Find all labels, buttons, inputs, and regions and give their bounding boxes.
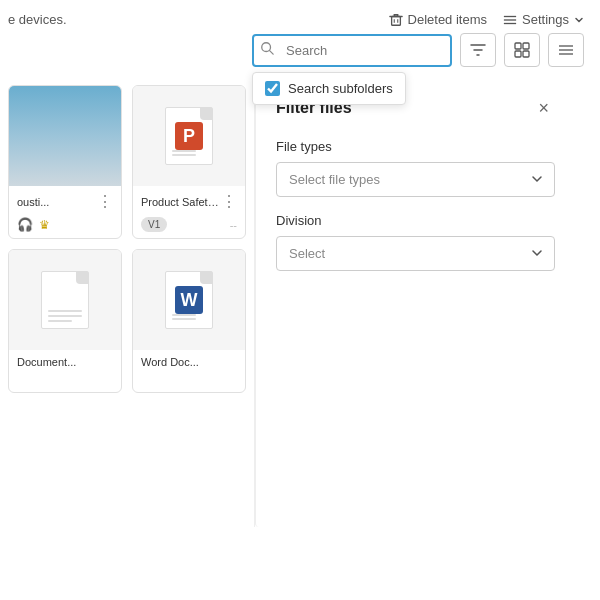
device-text: e devices.: [8, 12, 67, 27]
grid-view-button[interactable]: [504, 33, 540, 67]
lines-icon: [503, 13, 517, 27]
svg-line-7: [270, 51, 274, 55]
division-label: Division: [276, 213, 555, 228]
file-name: Product Safety Dem...: [141, 196, 221, 208]
file-menu-button[interactable]: ⋮: [97, 192, 113, 211]
file-card: Document...: [8, 249, 122, 393]
division-select[interactable]: Select: [276, 236, 555, 271]
filter-button[interactable]: [460, 33, 496, 67]
file-card: W Word Doc...: [132, 249, 246, 393]
svg-rect-0: [391, 16, 400, 25]
word-file-icon: W: [165, 271, 213, 329]
svg-rect-10: [515, 51, 521, 57]
search-input[interactable]: [252, 34, 452, 67]
filter-panel: Filter files × File types Select file ty…: [255, 77, 575, 527]
generic-file-icon: [41, 271, 89, 329]
file-types-section: File types Select file types: [276, 139, 555, 197]
chevron-down-icon: [574, 15, 584, 25]
headphone-icon: 🎧: [17, 217, 33, 232]
filter-icon: [470, 42, 486, 58]
division-select-wrapper: Select: [276, 236, 555, 271]
trash-icon: [389, 13, 403, 27]
ppt-file-icon: P: [165, 107, 213, 165]
svg-rect-11: [523, 51, 529, 57]
search-subfolders-dropdown: Search subfolders: [252, 72, 406, 105]
file-card: P Product Safety Dem... ⋮ V1 --: [132, 85, 246, 239]
deleted-items-button[interactable]: Deleted items: [389, 12, 487, 27]
search-subfolders-label: Search subfolders: [288, 81, 393, 96]
file-name: Document...: [17, 356, 76, 368]
grid-icon: [514, 42, 530, 58]
settings-label: Settings: [522, 12, 569, 27]
search-icon: [260, 41, 274, 59]
svg-rect-8: [515, 43, 521, 49]
filter-close-button[interactable]: ×: [532, 97, 555, 119]
file-types-select[interactable]: Select file types: [276, 162, 555, 197]
svg-rect-9: [523, 43, 529, 49]
ppt-letter: P: [175, 122, 203, 150]
list-view-button[interactable]: [548, 33, 584, 67]
file-card: ousti... ⋮ 🎧 ♛: [8, 85, 122, 239]
crown-icon: ♛: [39, 218, 50, 232]
file-name: Word Doc...: [141, 356, 199, 368]
deleted-items-label: Deleted items: [408, 12, 487, 27]
search-subfolders-checkbox[interactable]: [265, 81, 280, 96]
word-letter: W: [175, 286, 203, 314]
version-badge: V1: [141, 217, 167, 232]
file-name: ousti...: [17, 196, 49, 208]
list-icon: [558, 42, 574, 58]
division-section: Division Select: [276, 213, 555, 271]
file-menu-button[interactable]: ⋮: [221, 192, 237, 211]
file-types-select-wrapper: Select file types: [276, 162, 555, 197]
file-meta-dash: --: [230, 219, 237, 231]
settings-button[interactable]: Settings: [503, 12, 584, 27]
file-types-label: File types: [276, 139, 555, 154]
